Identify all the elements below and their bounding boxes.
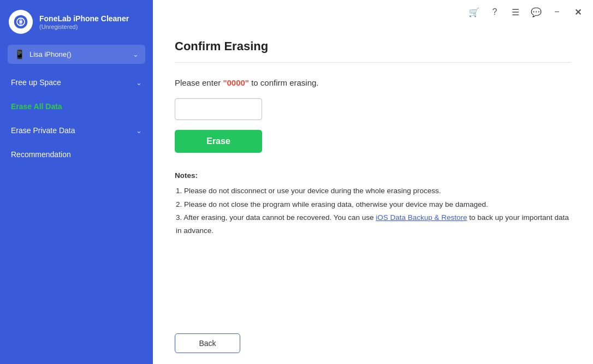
app-title: FoneLab iPhone Cleaner <box>39 14 129 23</box>
ios-backup-link[interactable]: iOS Data Backup & Restore <box>376 213 467 222</box>
note-3-prefix: 3. After erasing, your data cannot be re… <box>176 213 376 222</box>
close-icon[interactable]: ✕ <box>571 5 584 19</box>
notes-section: Notes: 1. Please do not disconnect or us… <box>175 169 571 237</box>
svg-point-2 <box>20 21 22 23</box>
confirm-input[interactable] <box>175 98 262 120</box>
page-title: Confirm Erasing <box>175 39 571 53</box>
erase-button[interactable]: Erase <box>175 130 262 153</box>
sidebar-item-label: Recommendation <box>11 150 71 159</box>
title-bar: 🛒 ? ☰ 💬 − ✕ <box>153 0 593 24</box>
main-content: 🛒 ? ☰ 💬 − ✕ Confirm Erasing Please enter… <box>153 0 593 364</box>
confirm-instruction: Please enter "0000" to confirm erasing. <box>175 78 571 87</box>
sidebar: FoneLab iPhone Cleaner (Unregistered) 📱 … <box>0 0 153 364</box>
sidebar-item-erase-private-data[interactable]: Erase Private Data ⌄ <box>0 118 153 142</box>
device-name: Lisa iPhone() <box>29 50 72 58</box>
chevron-down-icon: ⌄ <box>136 79 142 87</box>
minimize-icon[interactable]: − <box>550 5 564 19</box>
question-icon[interactable]: ? <box>488 5 501 19</box>
app-title-block: FoneLab iPhone Cleaner (Unregistered) <box>39 14 129 30</box>
confirm-code: "0000" <box>223 78 249 87</box>
instruction-prefix: Please enter <box>175 78 223 87</box>
chat-icon[interactable]: 💬 <box>530 5 543 19</box>
cart-icon[interactable]: 🛒 <box>467 5 481 19</box>
notes-title: Notes: <box>175 169 571 182</box>
note-3: 3. After erasing, your data cannot be re… <box>176 211 571 238</box>
chevron-down-icon: ⌄ <box>133 50 139 58</box>
app-subtitle: (Unregistered) <box>39 23 129 30</box>
back-button[interactable]: Back <box>175 333 240 353</box>
content-area: Confirm Erasing Please enter "0000" to c… <box>153 24 593 326</box>
note-1: 1. Please do not disconnect or use your … <box>176 184 571 198</box>
sidebar-item-erase-all-data[interactable]: Erase All Data <box>0 94 153 118</box>
sidebar-item-label: Free up Space <box>11 78 61 87</box>
app-header: FoneLab iPhone Cleaner (Unregistered) <box>0 0 153 43</box>
menu-icon[interactable]: ☰ <box>509 5 522 19</box>
app-logo <box>9 10 33 34</box>
device-selector[interactable]: 📱 Lisa iPhone() ⌄ <box>8 45 145 64</box>
bottom-bar: Back <box>153 326 593 364</box>
sidebar-item-free-up-space[interactable]: Free up Space ⌄ <box>0 70 153 94</box>
section-divider <box>175 62 571 63</box>
sidebar-item-label: Erase All Data <box>11 102 62 111</box>
phone-icon: 📱 <box>14 49 25 59</box>
device-selector-left: 📱 Lisa iPhone() <box>14 49 72 59</box>
sidebar-item-recommendation[interactable]: Recommendation <box>0 142 153 166</box>
sidebar-item-label: Erase Private Data <box>11 126 75 135</box>
instruction-suffix: to confirm erasing. <box>249 78 319 87</box>
chevron-down-icon: ⌄ <box>136 127 142 135</box>
note-2: 2. Please do not close the program while… <box>176 198 571 211</box>
